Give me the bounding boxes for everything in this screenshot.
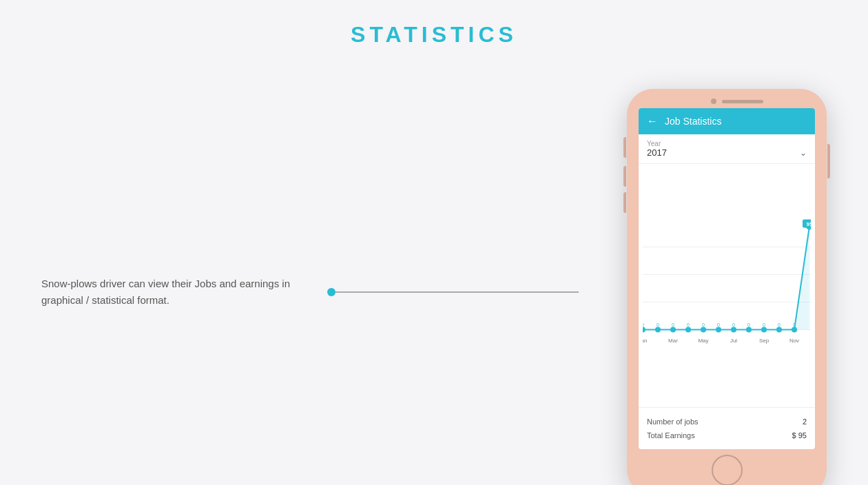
svg-text:0: 0 (793, 322, 796, 327)
earnings-label: Total Earnings (647, 431, 695, 440)
app-title: Job Statistics (665, 116, 721, 127)
num-jobs-value: 2 (803, 417, 807, 426)
description-text: Snow-plows driver can view their Jobs an… (41, 276, 317, 309)
chart-svg: 0 0 0 0 0 0 0 0 (643, 169, 811, 407)
chart-area: 0 0 0 0 0 0 0 0 (639, 164, 815, 407)
svg-text:Jan: Jan (643, 338, 647, 344)
svg-text:0: 0 (763, 322, 765, 327)
connector (327, 288, 579, 296)
app-header: ← Job Statistics (639, 108, 815, 134)
svg-point-15 (716, 327, 721, 333)
connector-dot (327, 288, 335, 296)
svg-point-19 (746, 327, 752, 333)
phone-bottom (634, 455, 820, 485)
year-label: Year (647, 140, 807, 147)
num-jobs-row: Number of jobs 2 (647, 415, 807, 429)
svg-text:0: 0 (643, 322, 644, 327)
earnings-value: $ 95 (792, 431, 807, 440)
svg-text:Nov: Nov (789, 338, 799, 344)
earnings-row: Total Earnings $ 95 (647, 429, 807, 442)
svg-text:May: May (698, 338, 708, 344)
speaker-bar (722, 100, 763, 103)
svg-point-13 (701, 327, 706, 333)
svg-text:0: 0 (687, 322, 690, 327)
back-button[interactable]: ← (647, 115, 658, 127)
chevron-down-icon: ⌄ (800, 148, 807, 158)
year-row: 2017 ⌄ (647, 147, 807, 158)
phone-screen: ← Job Statistics Year 2017 ⌄ (639, 108, 815, 449)
svg-point-21 (761, 327, 767, 333)
svg-point-5 (643, 327, 645, 333)
svg-text:0: 0 (747, 322, 750, 327)
svg-point-7 (655, 327, 661, 333)
svg-point-25 (792, 327, 797, 333)
phone-body: ← Job Statistics Year 2017 ⌄ (627, 89, 827, 485)
stats-footer: Number of jobs 2 Total Earnings $ 95 (639, 407, 815, 449)
svg-text:0: 0 (702, 322, 705, 327)
year-selector[interactable]: Year 2017 ⌄ (639, 134, 815, 164)
svg-text:0: 0 (672, 322, 674, 327)
svg-text:Jul: Jul (730, 338, 737, 344)
svg-text:Mar: Mar (668, 338, 678, 344)
phone-mockup: ← Job Statistics Year 2017 ⌄ (627, 89, 827, 485)
svg-point-23 (776, 327, 782, 333)
num-jobs-label: Number of jobs (647, 417, 699, 426)
home-button[interactable] (712, 455, 743, 485)
svg-text:0: 0 (657, 322, 659, 327)
connector-line (335, 291, 579, 293)
svg-text:0: 0 (717, 322, 720, 327)
page-title: STATISTICS (351, 22, 517, 48)
year-value: 2017 (647, 147, 667, 158)
svg-text:0: 0 (732, 322, 735, 327)
svg-point-11 (685, 327, 691, 333)
svg-marker-4 (643, 227, 809, 330)
phone-top (634, 99, 820, 104)
camera-icon (711, 99, 716, 104)
content-area: Snow-plows driver can view their Jobs an… (0, 89, 868, 485)
svg-text:95: 95 (807, 221, 811, 227)
svg-text:0: 0 (778, 322, 781, 327)
svg-text:Sep: Sep (759, 338, 769, 344)
svg-point-17 (731, 327, 736, 333)
svg-point-9 (670, 327, 676, 333)
